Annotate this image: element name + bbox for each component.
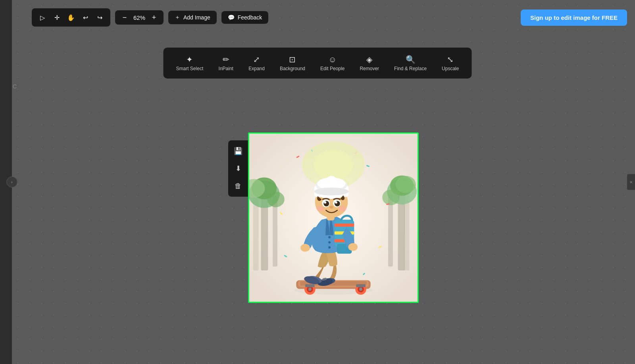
left-sidebar: › <box>0 0 12 364</box>
svg-point-12 <box>396 176 416 193</box>
svg-point-54 <box>348 243 358 251</box>
svg-rect-38 <box>356 284 366 287</box>
download-button[interactable]: ⬇ <box>231 161 246 176</box>
svg-point-67 <box>324 201 326 204</box>
svg-point-69 <box>329 205 333 209</box>
chat-icon: 💬 <box>228 14 235 21</box>
side-toolbar: 💾 ⬇ 🗑 <box>228 140 248 197</box>
redo-tool-button[interactable]: ↪ <box>93 11 106 24</box>
svg-point-47 <box>328 246 331 249</box>
zoom-value: 62% <box>131 14 148 21</box>
svg-point-45 <box>328 236 331 238</box>
svg-point-71 <box>339 206 346 211</box>
select-tool-button[interactable]: ▷ <box>36 11 49 24</box>
tool-group-primary: ▷ ✛ ✋ ↩ ↪ <box>32 8 110 27</box>
zoom-control: − 62% + <box>115 10 164 25</box>
zoom-out-button[interactable]: − <box>120 13 129 22</box>
undo-tool-button[interactable]: ↩ <box>79 11 92 24</box>
feedback-button[interactable]: 💬 Feedback <box>221 11 268 24</box>
right-panel-toggle[interactable]: ✕ <box>627 174 635 190</box>
svg-point-61 <box>327 176 336 184</box>
canvas-area: 💾 ⬇ 🗑 <box>12 40 635 364</box>
add-image-label: Add Image <box>183 14 210 21</box>
close-icon: ✕ <box>629 180 633 184</box>
feedback-label: Feedback <box>238 14 262 21</box>
svg-rect-37 <box>305 284 315 287</box>
svg-point-14 <box>382 190 399 205</box>
svg-point-13 <box>267 192 284 207</box>
svg-point-70 <box>317 206 325 211</box>
svg-point-68 <box>335 201 337 204</box>
move-tool-button[interactable]: ✛ <box>50 11 64 24</box>
image-container[interactable] <box>248 132 419 303</box>
svg-point-16 <box>314 149 353 180</box>
add-image-button[interactable]: ＋ Add Image <box>168 11 217 24</box>
signup-button[interactable]: Sign up to edit image for FREE <box>521 10 627 26</box>
svg-point-62 <box>314 188 349 195</box>
cartoon-svg <box>249 134 418 302</box>
image-panel: 💾 ⬇ 🗑 <box>228 132 419 303</box>
svg-rect-49 <box>335 224 354 227</box>
hand-tool-button[interactable]: ✋ <box>64 11 78 24</box>
svg-point-33 <box>308 288 312 291</box>
save-button[interactable]: 💾 <box>231 144 246 159</box>
delete-button[interactable]: 🗑 <box>231 178 246 193</box>
zoom-in-button[interactable]: + <box>149 13 159 22</box>
top-toolbar: ▷ ✛ ✋ ↩ ↪ − 62% + ＋ Add Image 💬 Feedback… <box>32 7 627 28</box>
plus-icon: ＋ <box>175 14 180 21</box>
svg-point-46 <box>328 241 331 243</box>
canvas-image <box>249 134 418 302</box>
svg-point-36 <box>359 288 362 291</box>
svg-point-53 <box>300 244 310 252</box>
